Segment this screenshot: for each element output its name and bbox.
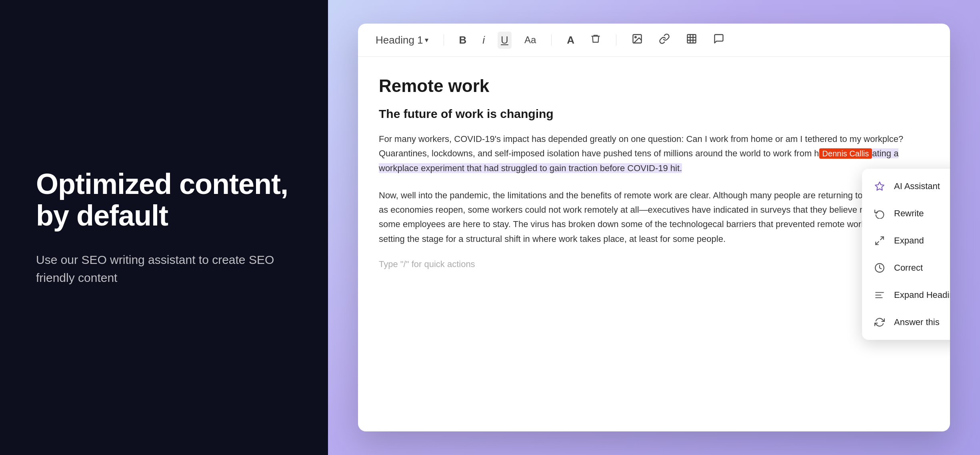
expand-heading-label: Expand Heading	[894, 290, 950, 300]
font-color-icon: A	[567, 34, 574, 46]
bold-icon: B	[459, 34, 467, 46]
link-button[interactable]	[656, 31, 673, 49]
hero-subtitle: Use our SEO writing assistant to create …	[36, 251, 292, 287]
answer-this-icon	[873, 316, 886, 329]
toolbar-divider-3	[616, 34, 616, 46]
comment-button[interactable]	[710, 31, 728, 49]
underline-icon: U	[501, 34, 508, 46]
svg-point-1	[635, 36, 636, 38]
context-menu-expand[interactable]: Expand	[862, 227, 950, 254]
font-size-icon: Aa	[524, 34, 536, 46]
font-color-button[interactable]: A	[564, 32, 578, 49]
left-panel: Optimized content, by default Use our SE…	[0, 0, 328, 455]
eraser-button[interactable]	[587, 31, 604, 49]
paragraph-2: Now, well into the pandemic, the limitat…	[379, 188, 929, 246]
doc-heading: The future of work is changing	[379, 107, 929, 121]
toolbar: Heading 1 ▾ B i U Aa A	[358, 24, 950, 57]
svg-line-7	[880, 237, 884, 240]
table-button[interactable]	[683, 31, 700, 49]
heading-selector[interactable]: Heading 1 ▾	[372, 32, 432, 49]
image-button[interactable]	[628, 31, 646, 49]
context-menu: AI Assistant Rewrite Expand	[862, 169, 950, 340]
ai-assistant-icon	[873, 180, 886, 193]
ai-assistant-label: AI Assistant	[894, 181, 940, 192]
heading-label: Heading 1	[376, 34, 423, 46]
eraser-icon	[590, 34, 601, 47]
right-panel: Heading 1 ▾ B i U Aa A	[328, 0, 980, 455]
answer-this-label: Answer this	[894, 317, 940, 327]
toolbar-divider-2	[551, 34, 552, 46]
underline-button[interactable]: U	[498, 32, 512, 49]
doc-title: Remote work	[379, 76, 929, 96]
toolbar-divider-1	[444, 34, 444, 46]
context-menu-answer-this[interactable]: Answer this	[862, 309, 950, 336]
table-icon	[686, 33, 697, 47]
paragraph-1: For many workers, COVID-19's impact has …	[379, 132, 929, 176]
rewrite-icon	[873, 207, 886, 220]
context-menu-expand-heading[interactable]: Expand Heading	[862, 281, 950, 309]
hero-title: Optimized content, by default	[36, 168, 292, 231]
bold-button[interactable]: B	[456, 32, 470, 49]
expand-icon	[873, 234, 886, 247]
svg-line-8	[876, 241, 879, 245]
comment-icon	[713, 33, 724, 47]
editor-content[interactable]: Remote work The future of work is changi…	[358, 57, 950, 431]
context-menu-correct[interactable]: Correct	[862, 254, 950, 281]
rewrite-label: Rewrite	[894, 208, 924, 219]
svg-rect-2	[688, 35, 696, 43]
placeholder-text: Type "/" for quick actions	[379, 259, 929, 269]
italic-icon: i	[482, 34, 485, 46]
correct-label: Correct	[894, 263, 923, 273]
italic-button[interactable]: i	[479, 32, 488, 49]
context-menu-ai-assistant[interactable]: AI Assistant	[862, 173, 950, 200]
expand-heading-icon	[873, 289, 886, 301]
correct-icon	[873, 261, 886, 274]
editor-card: Heading 1 ▾ B i U Aa A	[358, 24, 950, 431]
image-icon	[632, 33, 643, 47]
context-menu-rewrite[interactable]: Rewrite	[862, 200, 950, 227]
user-mention: Dennis Callis	[819, 148, 872, 159]
link-icon	[659, 33, 670, 47]
expand-label: Expand	[894, 235, 924, 246]
chevron-down-icon: ▾	[425, 36, 428, 44]
font-size-button[interactable]: Aa	[521, 32, 539, 48]
